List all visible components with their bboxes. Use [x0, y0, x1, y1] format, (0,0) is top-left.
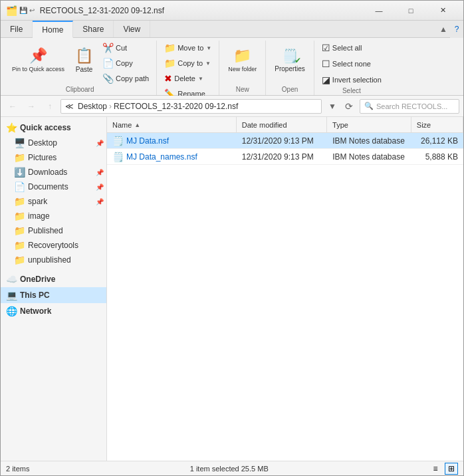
ribbon-content: 📌 Pin to Quick access 📋 Paste: [1, 38, 463, 95]
properties-icon: 🗒️✔: [282, 48, 298, 64]
sidebar-item-downloads[interactable]: ⬇️ Downloads 📌: [1, 165, 106, 179]
help-icon[interactable]: ?: [450, 21, 463, 38]
pin-icon: 📌: [29, 47, 47, 64]
invert-icon: ◪: [322, 74, 330, 85]
move-to-icon: 📁: [164, 43, 175, 53]
sidebar-network[interactable]: 🌐 Network: [1, 303, 106, 319]
col-header-name[interactable]: Name ▲: [107, 117, 237, 133]
sidebar-thispc[interactable]: 💻 This PC: [1, 287, 106, 303]
sort-arrow: ▲: [134, 122, 140, 128]
search-placeholder: Search RECTOOLS...: [376, 102, 447, 110]
paste-button[interactable]: 📋 Paste: [70, 41, 98, 79]
view-tiles-button[interactable]: ⊞: [445, 463, 458, 475]
move-to-arrow: ▼: [206, 45, 211, 51]
clipboard-label: Clipboard: [7, 86, 152, 95]
new-buttons: 📁 New folder: [223, 41, 261, 86]
col-size-label: Size: [417, 121, 431, 129]
delete-button[interactable]: ✖ Delete ▼: [161, 71, 215, 86]
address-path[interactable]: ≪ Desktop › RECTOOLS_12-31-2020 09-12.ns…: [60, 99, 322, 114]
tab-view[interactable]: View: [114, 21, 150, 37]
cut-label: Cut: [116, 44, 127, 52]
search-box[interactable]: 🔍 Search RECTOOLS...: [360, 99, 459, 114]
title-bar: 🗂️ 💾 ↩ RECTOOLS_12-31-2020 09-12.nsf — □…: [1, 1, 463, 21]
window-title: RECTOOLS_12-31-2020 09-12.nsf: [40, 6, 364, 15]
properties-button[interactable]: 🗒️✔ Properties: [270, 41, 310, 79]
cut-button[interactable]: ✂️ Cut: [99, 41, 152, 55]
invert-selection-button[interactable]: ◪ Invert selection: [318, 72, 385, 87]
tab-share[interactable]: Share: [73, 21, 114, 37]
col-header-size[interactable]: Size: [411, 117, 463, 133]
new-folder-button[interactable]: 📁 New folder: [223, 41, 261, 79]
sidebar-item-label: Published: [28, 226, 63, 235]
sidebar-item-pictures[interactable]: 📁 Pictures: [1, 150, 106, 165]
copy-path-button[interactable]: 📎 Copy path: [99, 71, 152, 86]
select-all-icon: ☑: [322, 43, 330, 53]
open-buttons: 🗒️✔ Properties: [270, 41, 310, 86]
window-icon: 🗂️: [6, 5, 17, 16]
window: 🗂️ 💾 ↩ RECTOOLS_12-31-2020 09-12.nsf — □…: [0, 0, 464, 476]
file-row-1[interactable]: 🗒️ MJ Data.nsf 12/31/2020 9:13 PM IBM No…: [107, 133, 463, 149]
dropdown-button[interactable]: ▼: [324, 98, 340, 114]
col-header-type[interactable]: Type: [327, 117, 411, 133]
sidebar-item-documents[interactable]: 📄 Documents 📌: [1, 179, 106, 194]
path-sep-1: ›: [109, 102, 112, 111]
file-type-1: IBM Notes database: [327, 136, 411, 146]
select-buttons: ☑ Select all ☐ Select none ◪ Invert sele…: [318, 41, 385, 87]
minimize-button[interactable]: —: [364, 1, 394, 21]
sidebar-item-desktop[interactable]: 🖥️ Desktop 📌: [1, 136, 106, 150]
search-icon: 🔍: [364, 102, 374, 110]
tab-file[interactable]: File: [1, 21, 33, 37]
quick-access-icon: ⭐: [6, 122, 17, 133]
file-name-text-1: MJ Data.nsf: [126, 136, 169, 146]
col-type-label: Type: [332, 121, 348, 129]
paste-label: Paste: [76, 66, 93, 73]
file-date-1: 12/31/2020 9:13 PM: [237, 136, 327, 146]
clipboard-buttons: 📌 Pin to Quick access 📋 Paste: [7, 41, 152, 86]
select-none-button[interactable]: ☐ Select none: [318, 57, 385, 71]
sidebar-item-image[interactable]: 📁 image: [1, 209, 106, 223]
up-button[interactable]: ↑: [42, 98, 58, 114]
file-name-1: 🗒️ MJ Data.nsf: [107, 136, 237, 146]
ribbon-collapse-icon[interactable]: ▲: [437, 21, 450, 38]
new-label: New: [223, 86, 261, 95]
pin-to-quick-access-button[interactable]: 📌 Pin to Quick access: [7, 41, 69, 79]
copy-to-button[interactable]: 📁 Copy to ▼: [161, 56, 215, 70]
folder-icon: 📁: [14, 152, 25, 163]
sidebar-item-recoverytools[interactable]: 📁 Recoverytools: [1, 238, 106, 253]
copy-button[interactable]: 📄 Copy: [99, 56, 152, 70]
sidebar-item-label: Downloads: [28, 168, 67, 177]
sidebar-item-published[interactable]: 📁 Published: [1, 223, 106, 238]
tab-home[interactable]: Home: [33, 21, 73, 38]
new-folder-icon: 📁: [233, 47, 251, 64]
file-type-2: IBM Notes database: [327, 152, 411, 162]
sidebar-item-label: unpublished: [28, 255, 71, 265]
delete-arrow: ▼: [198, 76, 203, 82]
col-header-date[interactable]: Date modified: [237, 117, 327, 133]
copy-path-label: Copy path: [116, 74, 149, 82]
folder-icon: 📁: [14, 255, 25, 265]
sidebar-item-unpublished[interactable]: 📁 unpublished: [1, 253, 106, 267]
col-date-label: Date modified: [242, 121, 287, 129]
select-none-icon: ☐: [322, 59, 330, 69]
folder-icon: 📄: [14, 181, 25, 192]
refresh-button[interactable]: ⟳: [341, 98, 357, 114]
select-all-button[interactable]: ☑ Select all: [318, 41, 385, 55]
close-button[interactable]: ✕: [427, 1, 458, 21]
sidebar-onedrive[interactable]: ☁️ OneDrive: [1, 271, 106, 287]
quick-toolbar: 💾 ↩: [19, 7, 35, 14]
sidebar-quick-access[interactable]: ⭐ Quick access: [1, 120, 106, 136]
forward-button[interactable]: →: [23, 98, 39, 114]
back-button[interactable]: ←: [5, 98, 21, 114]
folder-icon: 📁: [14, 211, 25, 221]
view-details-button[interactable]: ≡: [429, 463, 442, 475]
move-to-button[interactable]: 📁 Move to ▼: [161, 41, 215, 55]
file-row-2[interactable]: 🗒️ MJ Data_names.nsf 12/31/2020 9:13 PM …: [107, 149, 463, 165]
ribbon-tabs: File Home Share View ▲ ?: [1, 21, 463, 38]
sidebar-item-spark[interactable]: 📁 spark 📌: [1, 194, 106, 209]
group-open: 🗒️✔ Properties Open: [266, 41, 314, 95]
select-label: Select: [318, 87, 385, 96]
maximize-button[interactable]: □: [396, 1, 426, 21]
open-label: Open: [270, 86, 310, 95]
title-bar-icons: 🗂️ 💾 ↩: [6, 5, 35, 16]
file-name-2: 🗒️ MJ Data_names.nsf: [107, 152, 237, 162]
